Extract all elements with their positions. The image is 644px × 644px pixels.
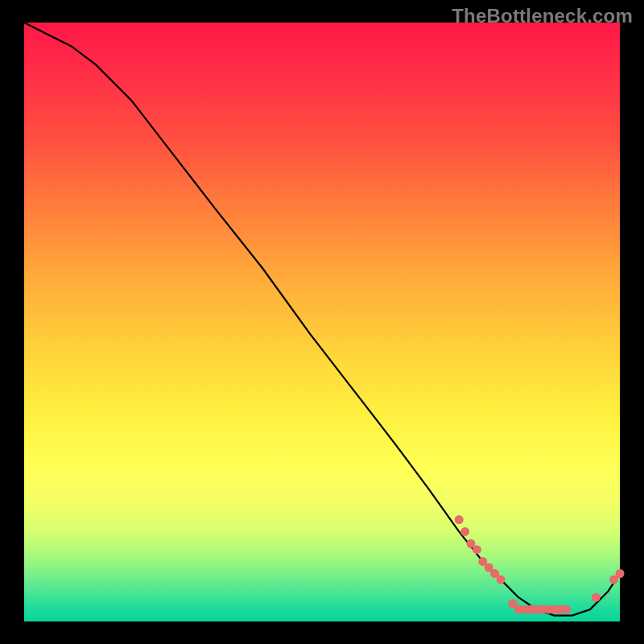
marker-dot	[455, 515, 464, 524]
gradient-plot-area	[24, 23, 620, 621]
marker-dot	[473, 545, 481, 554]
marker-dot	[592, 593, 601, 602]
chart-frame: TheBottleneck.com	[0, 0, 644, 644]
bottleneck-curve	[24, 23, 620, 616]
curve-svg	[24, 23, 620, 621]
marker-dot-group	[455, 515, 625, 614]
marker-dot	[497, 575, 506, 584]
marker-dot	[616, 569, 625, 578]
marker-dot	[562, 605, 571, 614]
watermark-text: TheBottleneck.com	[452, 5, 633, 27]
marker-dot	[460, 527, 469, 536]
